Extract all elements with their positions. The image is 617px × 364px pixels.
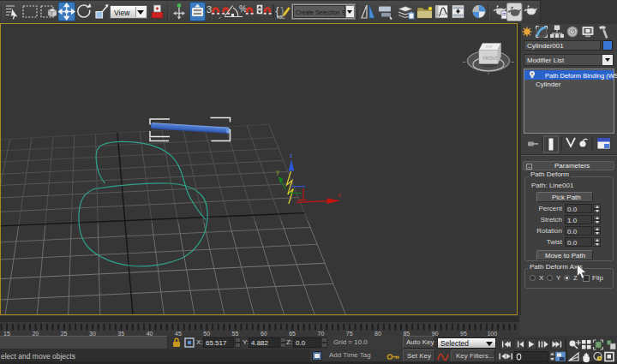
svg-text:ABC: ABC — [277, 15, 285, 20]
svg-text:TOP: TOP — [486, 45, 493, 49]
svg-text:FRONT: FRONT — [483, 56, 498, 61]
svg-text:3: 3 — [207, 4, 212, 15]
svg-text:x: x — [338, 192, 342, 198]
svg-text:z: z — [290, 152, 292, 158]
svg-text:%: % — [239, 4, 247, 14]
